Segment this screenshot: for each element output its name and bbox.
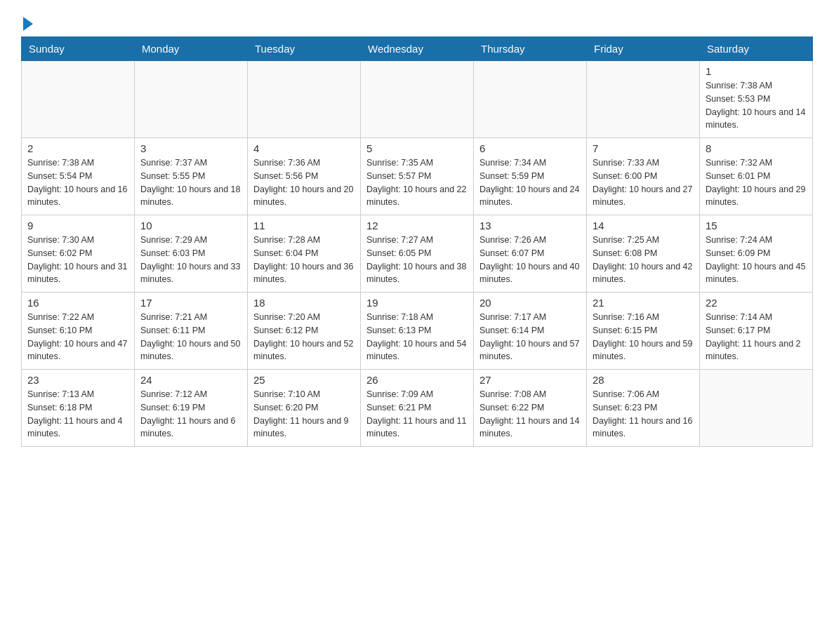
day-info: Sunrise: 7:34 AMSunset: 5:59 PMDaylight:… xyxy=(479,156,581,209)
day-info: Sunrise: 7:28 AMSunset: 6:04 PMDaylight:… xyxy=(253,234,355,286)
header-monday: Monday xyxy=(135,37,248,61)
day-number: 25 xyxy=(253,374,355,386)
day-info: Sunrise: 7:29 AMSunset: 6:03 PMDaylight:… xyxy=(140,234,241,286)
day-number: 22 xyxy=(706,297,807,309)
calendar-header-row: SundayMondayTuesdayWednesdayThursdayFrid… xyxy=(22,37,813,61)
day-cell xyxy=(361,61,474,138)
day-number: 9 xyxy=(27,220,128,232)
day-number: 26 xyxy=(366,374,468,386)
day-info: Sunrise: 7:16 AMSunset: 6:15 PMDaylight:… xyxy=(593,311,694,363)
week-row-1: 1Sunrise: 7:38 AMSunset: 5:53 PMDaylight… xyxy=(22,61,813,138)
day-number: 28 xyxy=(593,374,694,386)
header-friday: Friday xyxy=(587,37,700,61)
header-tuesday: Tuesday xyxy=(248,37,361,61)
day-number: 1 xyxy=(706,65,807,77)
day-info: Sunrise: 7:27 AMSunset: 6:05 PMDaylight:… xyxy=(366,234,468,286)
day-cell: 14Sunrise: 7:25 AMSunset: 6:08 PMDayligh… xyxy=(587,215,700,293)
day-number: 7 xyxy=(593,142,694,154)
day-cell: 15Sunrise: 7:24 AMSunset: 6:09 PMDayligh… xyxy=(700,215,813,293)
day-info: Sunrise: 7:09 AMSunset: 6:21 PMDaylight:… xyxy=(366,388,468,441)
day-info: Sunrise: 7:36 AMSunset: 5:56 PMDaylight:… xyxy=(253,156,355,209)
day-cell: 26Sunrise: 7:09 AMSunset: 6:21 PMDayligh… xyxy=(361,370,474,447)
day-cell: 17Sunrise: 7:21 AMSunset: 6:11 PMDayligh… xyxy=(135,293,248,370)
day-info: Sunrise: 7:08 AMSunset: 6:22 PMDaylight:… xyxy=(479,388,581,441)
day-info: Sunrise: 7:37 AMSunset: 5:55 PMDaylight:… xyxy=(140,156,241,209)
day-number: 19 xyxy=(366,297,468,309)
day-cell: 19Sunrise: 7:18 AMSunset: 6:13 PMDayligh… xyxy=(361,293,474,370)
day-cell: 18Sunrise: 7:20 AMSunset: 6:12 PMDayligh… xyxy=(248,293,361,370)
day-info: Sunrise: 7:10 AMSunset: 6:20 PMDaylight:… xyxy=(253,388,355,441)
day-cell: 2Sunrise: 7:38 AMSunset: 5:54 PMDaylight… xyxy=(22,138,135,215)
day-cell: 23Sunrise: 7:13 AMSunset: 6:18 PMDayligh… xyxy=(22,370,135,447)
day-cell: 12Sunrise: 7:27 AMSunset: 6:05 PMDayligh… xyxy=(361,215,474,293)
day-info: Sunrise: 7:13 AMSunset: 6:18 PMDaylight:… xyxy=(27,388,128,441)
day-cell: 21Sunrise: 7:16 AMSunset: 6:15 PMDayligh… xyxy=(587,293,700,370)
day-info: Sunrise: 7:35 AMSunset: 5:57 PMDaylight:… xyxy=(366,156,468,209)
day-info: Sunrise: 7:25 AMSunset: 6:08 PMDaylight:… xyxy=(593,234,694,286)
day-number: 11 xyxy=(253,220,355,232)
day-cell: 13Sunrise: 7:26 AMSunset: 6:07 PMDayligh… xyxy=(474,215,587,293)
day-cell: 24Sunrise: 7:12 AMSunset: 6:19 PMDayligh… xyxy=(135,370,248,447)
day-number: 13 xyxy=(479,220,581,232)
day-info: Sunrise: 7:30 AMSunset: 6:02 PMDaylight:… xyxy=(27,234,128,286)
day-info: Sunrise: 7:38 AMSunset: 5:54 PMDaylight:… xyxy=(27,156,128,209)
day-number: 20 xyxy=(479,297,581,309)
day-info: Sunrise: 7:14 AMSunset: 6:17 PMDaylight:… xyxy=(706,311,807,363)
day-number: 5 xyxy=(366,142,468,154)
day-number: 12 xyxy=(366,220,468,232)
day-number: 21 xyxy=(593,297,694,309)
day-cell xyxy=(22,61,135,138)
header-sunday: Sunday xyxy=(22,37,135,61)
week-row-3: 9Sunrise: 7:30 AMSunset: 6:02 PMDaylight… xyxy=(22,215,813,293)
day-number: 14 xyxy=(593,220,694,232)
day-info: Sunrise: 7:06 AMSunset: 6:23 PMDaylight:… xyxy=(593,388,694,441)
day-cell: 4Sunrise: 7:36 AMSunset: 5:56 PMDaylight… xyxy=(248,138,361,215)
day-cell: 11Sunrise: 7:28 AMSunset: 6:04 PMDayligh… xyxy=(248,215,361,293)
day-number: 3 xyxy=(140,142,241,154)
day-info: Sunrise: 7:17 AMSunset: 6:14 PMDaylight:… xyxy=(479,311,581,363)
day-cell: 22Sunrise: 7:14 AMSunset: 6:17 PMDayligh… xyxy=(700,293,813,370)
day-cell xyxy=(474,61,587,138)
day-number: 17 xyxy=(140,297,241,309)
calendar-table: SundayMondayTuesdayWednesdayThursdayFrid… xyxy=(21,36,813,447)
header-thursday: Thursday xyxy=(474,37,587,61)
day-info: Sunrise: 7:21 AMSunset: 6:11 PMDaylight:… xyxy=(140,311,241,363)
day-cell: 7Sunrise: 7:33 AMSunset: 6:00 PMDaylight… xyxy=(587,138,700,215)
day-cell: 27Sunrise: 7:08 AMSunset: 6:22 PMDayligh… xyxy=(474,370,587,447)
day-info: Sunrise: 7:24 AMSunset: 6:09 PMDaylight:… xyxy=(706,234,807,286)
day-info: Sunrise: 7:20 AMSunset: 6:12 PMDaylight:… xyxy=(253,311,355,363)
day-number: 24 xyxy=(140,374,241,386)
header-wednesday: Wednesday xyxy=(361,37,474,61)
day-cell: 20Sunrise: 7:17 AMSunset: 6:14 PMDayligh… xyxy=(474,293,587,370)
day-info: Sunrise: 7:32 AMSunset: 6:01 PMDaylight:… xyxy=(706,156,807,209)
day-number: 16 xyxy=(27,297,128,309)
day-number: 15 xyxy=(706,220,807,232)
day-cell xyxy=(135,61,248,138)
day-cell: 25Sunrise: 7:10 AMSunset: 6:20 PMDayligh… xyxy=(248,370,361,447)
day-number: 10 xyxy=(140,220,241,232)
week-row-2: 2Sunrise: 7:38 AMSunset: 5:54 PMDaylight… xyxy=(22,138,813,215)
day-number: 23 xyxy=(27,374,128,386)
logo xyxy=(21,14,33,29)
day-cell: 8Sunrise: 7:32 AMSunset: 6:01 PMDaylight… xyxy=(700,138,813,215)
day-info: Sunrise: 7:22 AMSunset: 6:10 PMDaylight:… xyxy=(27,311,128,363)
day-cell: 6Sunrise: 7:34 AMSunset: 5:59 PMDaylight… xyxy=(474,138,587,215)
day-cell: 1Sunrise: 7:38 AMSunset: 5:53 PMDaylight… xyxy=(700,61,813,138)
logo-arrow-icon xyxy=(23,17,33,31)
header-saturday: Saturday xyxy=(700,37,813,61)
day-cell: 3Sunrise: 7:37 AMSunset: 5:55 PMDaylight… xyxy=(135,138,248,215)
day-cell: 28Sunrise: 7:06 AMSunset: 6:23 PMDayligh… xyxy=(587,370,700,447)
day-number: 2 xyxy=(27,142,128,154)
page-header xyxy=(21,14,813,29)
day-cell: 16Sunrise: 7:22 AMSunset: 6:10 PMDayligh… xyxy=(22,293,135,370)
day-number: 6 xyxy=(479,142,581,154)
day-cell: 9Sunrise: 7:30 AMSunset: 6:02 PMDaylight… xyxy=(22,215,135,293)
day-info: Sunrise: 7:38 AMSunset: 5:53 PMDaylight:… xyxy=(706,79,807,132)
day-cell: 10Sunrise: 7:29 AMSunset: 6:03 PMDayligh… xyxy=(135,215,248,293)
day-number: 27 xyxy=(479,374,581,386)
week-row-5: 23Sunrise: 7:13 AMSunset: 6:18 PMDayligh… xyxy=(22,370,813,447)
day-info: Sunrise: 7:33 AMSunset: 6:00 PMDaylight:… xyxy=(593,156,694,209)
day-number: 18 xyxy=(253,297,355,309)
day-cell: 5Sunrise: 7:35 AMSunset: 5:57 PMDaylight… xyxy=(361,138,474,215)
day-info: Sunrise: 7:26 AMSunset: 6:07 PMDaylight:… xyxy=(479,234,581,286)
